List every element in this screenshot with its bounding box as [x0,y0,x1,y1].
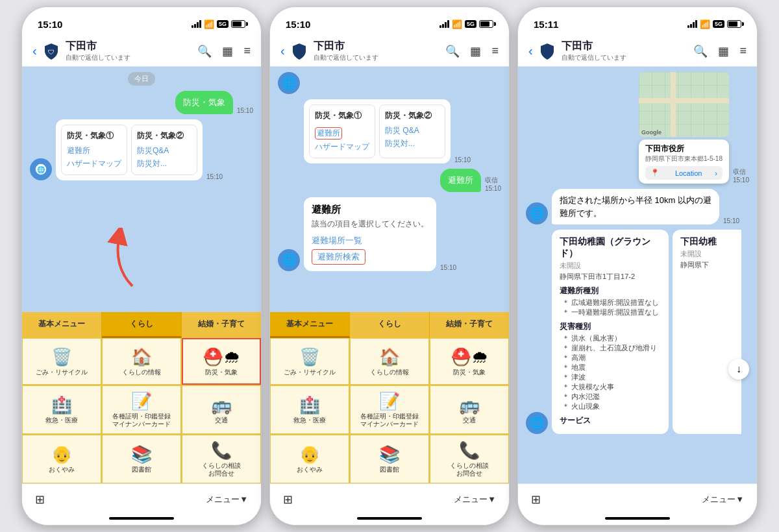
library-emoji-2: 📚 [379,444,400,465]
home-indicator-2 [270,514,509,525]
info-addr-1-3: 静岡県下田市1丁目17-2 [560,272,661,282]
search-icon-1[interactable]: 🔍 [197,44,212,58]
icon-okuyami-1[interactable]: 👴 おくやみ [22,435,101,483]
shelter-list-link-2[interactable]: 避難場所一覧 [312,235,428,247]
grid-icon-3[interactable]: ▦ [718,44,729,58]
card-item-1[interactable]: 防災・気象① 避難所 ハザードマップ [61,125,127,175]
icon-bousai-1[interactable]: ⛑️🌧 防災・気象 [182,338,261,385]
info-status-1-3: 未開設 [560,261,661,271]
icon-okuyami-2[interactable]: 👴 おくやみ [270,435,349,483]
chat-area-1[interactable]: 今日 15:10 防災・気象 🌐 防災・気象① 避難所 [22,67,261,312]
card-link-2b-bousai[interactable]: 防災対... [385,138,439,149]
card-link-bousai[interactable]: 防災対... [137,158,192,169]
road-v-3 [671,72,676,137]
bousai-label-1: 防災・気象 [205,369,238,376]
battery-icon-2 [479,20,493,28]
icon-home-1[interactable]: 🏠 くらしの情報 [102,338,181,385]
icon-bus-2[interactable]: 🚌 交通 [430,385,509,434]
icon-mynumber-1[interactable]: 📝 各種証明・印鑑登録マイナンバーカード [102,385,181,434]
nav-subtitle-1: 自動で返信しています [66,53,130,62]
icon-consult-1[interactable]: 📞 くらしの相談お問合せ [182,435,261,483]
shelter-title-text-2: 避難所 [312,204,341,216]
menu-icon-3[interactable]: ≡ [739,44,747,58]
card-link-qa[interactable]: 防災Q&A [137,145,192,156]
phones-container: 15:10 📶 5G ‹ 🛡 [15,0,764,532]
card-item-2[interactable]: 防災・気象② 防災Q&A 防災対... [131,125,197,175]
map-msg-row-3: 収信15:10 Google 下田市役所 静岡県下田市東本郷1-5-18 📍 L… [526,72,749,184]
icon-bousai-2[interactable]: ⛑️🌧 防災・気象 [430,338,509,385]
shelter-type-item-2-3: ＊ 一時避難場所:開設措置なし [562,308,661,317]
icon-home-2[interactable]: 🏠 くらしの情報 [350,338,429,385]
location-link-3[interactable]: 📍 Location › [645,166,723,180]
info-addr-2-3: 静岡県下 [680,260,741,270]
info-cards-row-3: 🌐 下田幼稚園（グラウンド） 未開設 静岡県下田市1丁目17-2 避難所種別 ＊… [526,230,749,434]
card-link-2b-qa[interactable]: 防災 Q&A [385,125,439,136]
disaster-item-1: ＊ 洪水（風水害） [562,333,661,343]
card-item-2a[interactable]: 防災・気象① 避難所 ハザードマップ [309,104,375,158]
icon-hospital-1[interactable]: 🏥 救急・医療 [22,385,101,434]
icon-consult-2[interactable]: 📞 くらしの相談お問合せ [430,435,509,483]
back-button-2[interactable]: ‹ [280,43,285,58]
map-preview-3[interactable]: Google [639,72,729,137]
icon-trash-2[interactable]: 🗑️ ごみ・リサイクル [270,338,349,385]
tab-kurashi-2[interactable]: くらし [350,312,430,338]
bottom-menu-label-1[interactable]: メニュー▼ [206,494,248,505]
status-icons-2: 📶 5G [439,19,493,29]
location-bubble-3[interactable]: 下田市役所 静岡県下田市東本郷1-5-18 📍 Location › [639,139,729,184]
disaster-item-6: ＊ 大規模な火事 [562,382,661,392]
tab-wedding-1[interactable]: 結婚・子育て [182,312,261,338]
shelter-card-2[interactable]: 避難所 該当の項目を選択してください。 避難場所一覧 避難所検索 [304,197,436,271]
grid-icon-1[interactable]: ▦ [222,44,233,58]
icon-mynumber-2[interactable]: 📝 各種証明・印鑑登録マイナンバーカード [350,385,429,434]
tab-kurashi-1[interactable]: くらし [102,312,182,338]
bot-avatar-2: 🌐 [278,72,300,94]
bottom-grid-icon-2[interactable]: ⊞ [283,492,293,507]
icon-library-1[interactable]: 📚 図書館 [102,435,181,483]
bottom-grid-icon-3[interactable]: ⊞ [531,492,541,507]
icon-bus-1[interactable]: 🚌 交通 [182,385,261,434]
card-link-hazard[interactable]: ハザードマップ [67,158,121,169]
nav-title-text-3: 下田市 自動で返信しています [562,40,626,62]
svg-text:🛡: 🛡 [48,49,55,56]
shelter-search-link-2[interactable]: 避難所検索 [312,250,365,264]
info-card-2-3[interactable]: 下田幼稚 未開設 静岡県下 [673,230,741,434]
map-grid-3 [639,72,729,137]
bottom-menu-label-2[interactable]: メニュー▼ [454,494,496,505]
mynumber-emoji-2: 📝 [379,391,400,411]
tab-basic-menu-1[interactable]: 基本メニュー [22,312,102,338]
time-1: 15:10 [38,19,62,30]
shelter-title-2: 避難所 [312,204,428,216]
grid-icon-2[interactable]: ▦ [470,44,481,58]
back-button-1[interactable]: ‹ [32,43,37,58]
menu-icon-1[interactable]: ≡ [243,44,251,58]
tab-basic-menu-2[interactable]: 基本メニュー [270,312,350,338]
icon-trash-1[interactable]: 🗑️ ごみ・リサイクル [22,338,101,385]
card-link-shelter[interactable]: 避難所 [67,145,121,156]
info-cards-container-3: 下田幼稚園（グラウンド） 未開設 静岡県下田市1丁目17-2 避難所種別 ＊ 広… [552,230,741,434]
hospital-emoji-2: 🏥 [299,395,320,415]
bottom-bar-3: ⊞ メニュー▼ [518,483,757,514]
icon-hospital-2[interactable]: 🏥 救急・医療 [270,385,349,434]
bottom-menu-label-3[interactable]: メニュー▼ [702,494,744,505]
info-title-2-3: 下田幼稚 [680,236,741,248]
bottom-grid-icon-1[interactable]: ⊞ [35,492,45,507]
chat-area-3[interactable]: 収信15:10 Google 下田市役所 静岡県下田市東本郷1-5-18 📍 L… [518,67,757,483]
search-icon-2[interactable]: 🔍 [445,44,460,58]
menu-icon-2[interactable]: ≡ [491,44,499,58]
back-button-3[interactable]: ‹ [528,43,533,58]
icon-library-2[interactable]: 📚 図書館 [350,435,429,483]
battery-icon-3 [727,20,741,28]
tab-wedding-2[interactable]: 結婚・子育て [430,312,509,338]
search-icon-3[interactable]: 🔍 [693,44,708,58]
card-link-2a-shelter[interactable]: 避難所 [315,127,342,139]
disaster-item-4: ＊ 地震 [562,363,661,372]
scroll-down-button-3[interactable]: ↓ [728,359,749,380]
home-indicator-1 [22,514,261,525]
card-item-2b[interactable]: 防災・気象② 防災 Q&A 防災対... [379,104,445,158]
nav-title-1: 🛡 下田市 自動で返信しています [42,40,198,62]
info-card-1-3[interactable]: 下田幼稚園（グラウンド） 未開設 静岡県下田市1丁目17-2 避難所種別 ＊ 広… [552,230,669,434]
msg-time-2a: 15:10 [454,156,471,163]
trash-label-2: ごみ・リサイクル [284,369,336,376]
card-link-2a-hazard[interactable]: ハザードマップ [315,141,369,152]
chat-area-2[interactable]: 🌐 防災・気象① 避難所 ハザードマップ 防災・気象② 防災 Q&A 防災対..… [270,67,509,312]
